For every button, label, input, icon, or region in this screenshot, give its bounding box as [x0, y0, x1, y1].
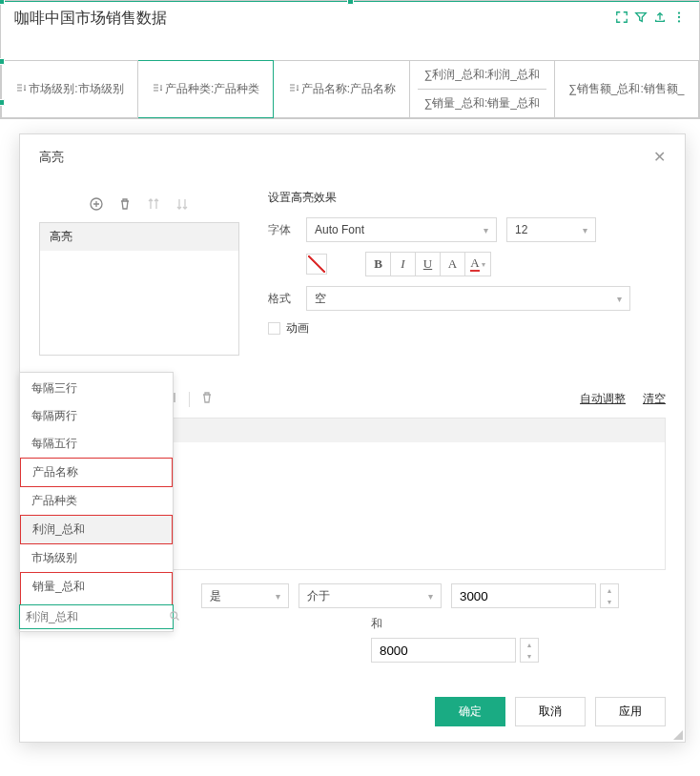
- dropdown-option[interactable]: 每隔三行: [20, 375, 173, 402]
- animation-label: 动画: [286, 320, 309, 337]
- clear-link[interactable]: 清空: [643, 391, 666, 407]
- font-size-select[interactable]: 12▾: [506, 217, 596, 242]
- value1-input[interactable]: [451, 583, 596, 608]
- list-toolbar: [39, 190, 239, 222]
- bold-button[interactable]: B: [366, 253, 391, 276]
- more-icon[interactable]: [672, 10, 686, 27]
- animation-checkbox[interactable]: [268, 322, 280, 335]
- col-header[interactable]: 市场级别:市场级别: [2, 61, 138, 118]
- step-up-icon[interactable]: ▴: [601, 584, 618, 596]
- svg-point-0: [678, 11, 680, 13]
- dropdown-option[interactable]: 产品种类: [20, 487, 173, 515]
- value2-input[interactable]: [371, 638, 516, 663]
- dialog-title: 高亮: [39, 149, 64, 166]
- sort-icon: [288, 82, 299, 96]
- step-down-icon[interactable]: ▾: [601, 596, 618, 607]
- list-item[interactable]: 高亮: [40, 223, 238, 251]
- value1-stepper[interactable]: ▴▾: [600, 583, 619, 608]
- logic-select[interactable]: 是▾: [201, 583, 289, 608]
- dropdown-option[interactable]: 市场级别: [20, 544, 173, 572]
- dropdown-option[interactable]: 销量_总和: [20, 572, 173, 601]
- background-widget: 咖啡中国市场销售数据 市场级别:市场级别 产品种类:产品种类 产品名称:产品名称…: [0, 0, 700, 119]
- font-label: 字体: [268, 222, 306, 238]
- sort-icon: [152, 82, 163, 96]
- italic-button[interactable]: I: [391, 253, 416, 276]
- trash-icon[interactable]: [199, 390, 215, 408]
- export-icon[interactable]: [653, 10, 667, 27]
- col-header[interactable]: ∑利润_总和:利润_总和 ∑销量_总和:销量_总和: [410, 61, 554, 118]
- and-label: 和: [371, 616, 666, 632]
- field-search-input[interactable]: [19, 604, 174, 629]
- col-header[interactable]: ∑销售额_总和:销售额_: [554, 61, 698, 118]
- add-icon[interactable]: [88, 195, 105, 213]
- svg-point-1: [678, 16, 680, 18]
- resize-grip[interactable]: [671, 728, 683, 740]
- font-color-button[interactable]: A: [441, 253, 465, 276]
- dropdown-option[interactable]: 产品名称: [20, 458, 173, 487]
- chevron-down-icon: ▾: [484, 225, 488, 235]
- close-icon[interactable]: ✕: [653, 148, 666, 166]
- col-header[interactable]: 产品名称:产品名称: [274, 61, 410, 118]
- dropdown-option[interactable]: 利润_总和: [20, 515, 173, 544]
- chevron-down-icon: ▾: [428, 591, 433, 602]
- data-table: 市场级别:市场级别 产品种类:产品种类 产品名称:产品名称 ∑利润_总和:利润_…: [1, 60, 699, 118]
- widget-toolbar: [615, 10, 686, 27]
- move-down-icon[interactable]: [174, 195, 191, 213]
- dropdown-option[interactable]: 每隔两行: [20, 402, 173, 430]
- no-fill-swatch[interactable]: [306, 254, 327, 275]
- auto-adjust-link[interactable]: 自动调整: [580, 391, 626, 407]
- filter-icon[interactable]: [634, 10, 648, 27]
- format-label: 格式: [268, 291, 306, 307]
- chevron-down-icon: ▾: [276, 591, 280, 602]
- expand-icon[interactable]: [615, 10, 628, 27]
- dropdown-option[interactable]: 每隔五行: [20, 430, 173, 458]
- section-title: 设置高亮效果: [268, 190, 666, 206]
- apply-button[interactable]: 应用: [595, 697, 666, 726]
- search-field[interactable]: [26, 610, 169, 623]
- delete-icon[interactable]: [116, 195, 134, 213]
- value2-stepper[interactable]: ▴▾: [520, 638, 539, 663]
- highlight-color-button[interactable]: A▾: [465, 253, 490, 276]
- text-style-group: B I U A A▾: [365, 252, 491, 276]
- search-icon: [169, 610, 180, 624]
- field-dropdown[interactable]: 每隔三行 每隔两行 每隔五行 产品名称 产品种类 利润_总和 市场级别 销量_总…: [19, 372, 174, 632]
- chevron-down-icon: ▾: [617, 294, 622, 304]
- operator-select[interactable]: 介于▾: [299, 583, 442, 608]
- cancel-button[interactable]: 取消: [515, 697, 586, 726]
- highlight-list[interactable]: 高亮: [39, 222, 239, 356]
- step-up-icon[interactable]: ▴: [521, 639, 538, 650]
- move-up-icon[interactable]: [145, 195, 162, 213]
- font-select[interactable]: Auto Font▾: [306, 217, 497, 242]
- svg-point-2: [678, 20, 680, 22]
- underline-button[interactable]: U: [416, 253, 441, 276]
- col-header-selected[interactable]: 产品种类:产品种类: [137, 61, 274, 118]
- svg-point-4: [171, 611, 177, 618]
- widget-title: 咖啡中国市场销售数据: [14, 9, 167, 29]
- ok-button[interactable]: 确定: [435, 697, 505, 726]
- sort-icon: [15, 82, 27, 96]
- step-down-icon[interactable]: ▾: [521, 650, 538, 662]
- format-select[interactable]: 空▾: [306, 286, 630, 311]
- chevron-down-icon: ▾: [583, 225, 587, 235]
